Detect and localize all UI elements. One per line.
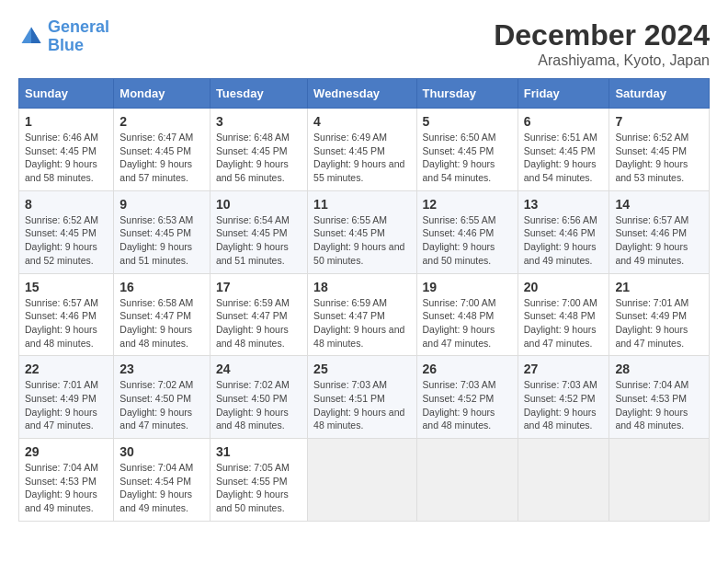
calendar-cell: 23Sunrise: 7:02 AMSunset: 4:50 PMDayligh…: [114, 356, 210, 439]
day-info: Sunrise: 7:04 AMSunset: 4:54 PMDaylight:…: [119, 461, 204, 515]
calendar-header-row: SundayMondayTuesdayWednesdayThursdayFrid…: [19, 79, 710, 109]
day-number: 12: [423, 197, 512, 212]
day-info: Sunrise: 7:03 AMSunset: 4:52 PMDaylight:…: [423, 378, 512, 432]
day-number: 11: [313, 197, 410, 212]
calendar-cell: 24Sunrise: 7:02 AMSunset: 4:50 PMDayligh…: [210, 356, 307, 439]
day-info: Sunrise: 7:03 AMSunset: 4:52 PMDaylight:…: [524, 378, 604, 432]
logo-line2: Blue: [48, 36, 84, 54]
logo: General Blue: [18, 18, 109, 55]
day-number: 15: [25, 280, 108, 294]
day-number: 23: [119, 362, 204, 376]
day-info: Sunrise: 7:04 AMSunset: 4:53 PMDaylight:…: [25, 461, 108, 515]
calendar-week-row: 15Sunrise: 6:57 AMSunset: 4:46 PMDayligh…: [19, 273, 710, 356]
main-title: December 2024: [494, 18, 710, 52]
calendar-cell: 31Sunrise: 7:05 AMSunset: 4:55 PMDayligh…: [210, 439, 307, 522]
day-info: Sunrise: 6:53 AMSunset: 4:45 PMDaylight:…: [119, 213, 204, 268]
calendar-cell: 18Sunrise: 6:59 AMSunset: 4:47 PMDayligh…: [308, 273, 416, 356]
calendar-cell: [416, 439, 518, 522]
calendar-cell: [609, 439, 710, 522]
header-wednesday: Wednesday: [308, 79, 416, 109]
day-number: 14: [615, 197, 703, 212]
day-info: Sunrise: 6:52 AMSunset: 4:45 PMDaylight:…: [615, 131, 703, 185]
day-number: 26: [423, 362, 512, 376]
day-info: Sunrise: 7:01 AMSunset: 4:49 PMDaylight:…: [25, 378, 108, 432]
calendar-cell: 25Sunrise: 7:03 AMSunset: 4:51 PMDayligh…: [308, 356, 416, 439]
calendar-cell: 8Sunrise: 6:52 AMSunset: 4:45 PMDaylight…: [19, 190, 114, 273]
day-info: Sunrise: 6:52 AMSunset: 4:45 PMDaylight:…: [25, 213, 108, 268]
calendar-cell: 9Sunrise: 6:53 AMSunset: 4:45 PMDaylight…: [114, 190, 210, 273]
day-info: Sunrise: 7:02 AMSunset: 4:50 PMDaylight:…: [216, 378, 301, 432]
day-number: 3: [216, 114, 301, 129]
calendar-cell: 14Sunrise: 6:57 AMSunset: 4:46 PMDayligh…: [609, 190, 710, 273]
day-number: 9: [119, 197, 204, 212]
calendar-cell: 21Sunrise: 7:01 AMSunset: 4:49 PMDayligh…: [609, 273, 710, 356]
day-number: 16: [119, 280, 204, 294]
logo-text: General Blue: [48, 18, 109, 55]
day-info: Sunrise: 7:03 AMSunset: 4:51 PMDaylight:…: [313, 378, 410, 432]
calendar-cell: 13Sunrise: 6:56 AMSunset: 4:46 PMDayligh…: [518, 190, 609, 273]
day-number: 6: [524, 114, 604, 129]
day-info: Sunrise: 7:00 AMSunset: 4:48 PMDaylight:…: [423, 296, 512, 350]
calendar-cell: 5Sunrise: 6:50 AMSunset: 4:45 PMDaylight…: [416, 109, 518, 191]
header-tuesday: Tuesday: [210, 79, 307, 109]
calendar-cell: [308, 439, 416, 522]
day-info: Sunrise: 6:57 AMSunset: 4:46 PMDaylight:…: [615, 213, 703, 268]
calendar-cell: 7Sunrise: 6:52 AMSunset: 4:45 PMDaylight…: [609, 109, 710, 191]
day-info: Sunrise: 7:05 AMSunset: 4:55 PMDaylight:…: [216, 461, 301, 515]
title-area: December 2024 Arashiyama, Kyoto, Japan: [494, 18, 710, 69]
day-info: Sunrise: 6:55 AMSunset: 4:45 PMDaylight:…: [313, 213, 410, 268]
day-number: 19: [423, 280, 512, 294]
calendar-cell: 16Sunrise: 6:58 AMSunset: 4:47 PMDayligh…: [114, 273, 210, 356]
calendar-cell: 10Sunrise: 6:54 AMSunset: 4:45 PMDayligh…: [210, 190, 307, 273]
calendar-week-row: 29Sunrise: 7:04 AMSunset: 4:53 PMDayligh…: [19, 439, 710, 522]
day-info: Sunrise: 6:49 AMSunset: 4:45 PMDaylight:…: [313, 131, 410, 185]
day-info: Sunrise: 6:50 AMSunset: 4:45 PMDaylight:…: [423, 131, 512, 185]
day-number: 24: [216, 362, 301, 376]
calendar-cell: 6Sunrise: 6:51 AMSunset: 4:45 PMDaylight…: [518, 109, 609, 191]
day-number: 20: [524, 280, 604, 294]
day-info: Sunrise: 6:58 AMSunset: 4:47 PMDaylight:…: [119, 296, 204, 350]
calendar-cell: 15Sunrise: 6:57 AMSunset: 4:46 PMDayligh…: [19, 273, 114, 356]
day-number: 2: [119, 114, 204, 129]
day-info: Sunrise: 6:56 AMSunset: 4:46 PMDaylight:…: [524, 213, 604, 268]
day-info: Sunrise: 6:59 AMSunset: 4:47 PMDaylight:…: [313, 296, 410, 350]
calendar-cell: 20Sunrise: 7:00 AMSunset: 4:48 PMDayligh…: [518, 273, 609, 356]
calendar-cell: 12Sunrise: 6:55 AMSunset: 4:46 PMDayligh…: [416, 190, 518, 273]
calendar-cell: 11Sunrise: 6:55 AMSunset: 4:45 PMDayligh…: [308, 190, 416, 273]
header-friday: Friday: [518, 79, 609, 109]
day-info: Sunrise: 6:55 AMSunset: 4:46 PMDaylight:…: [423, 213, 512, 268]
day-info: Sunrise: 7:00 AMSunset: 4:48 PMDaylight:…: [524, 296, 604, 350]
day-info: Sunrise: 7:02 AMSunset: 4:50 PMDaylight:…: [119, 378, 204, 432]
day-number: 31: [216, 444, 301, 459]
logo-line1: General: [48, 17, 109, 36]
day-number: 25: [313, 362, 410, 376]
calendar-week-row: 1Sunrise: 6:46 AMSunset: 4:45 PMDaylight…: [19, 109, 710, 191]
day-info: Sunrise: 6:48 AMSunset: 4:45 PMDaylight:…: [216, 131, 301, 185]
day-number: 5: [423, 114, 512, 129]
day-number: 27: [524, 362, 604, 376]
day-info: Sunrise: 6:51 AMSunset: 4:45 PMDaylight:…: [524, 131, 604, 185]
calendar-cell: 28Sunrise: 7:04 AMSunset: 4:53 PMDayligh…: [609, 356, 710, 439]
day-number: 13: [524, 197, 604, 212]
day-info: Sunrise: 6:46 AMSunset: 4:45 PMDaylight:…: [25, 131, 108, 185]
day-number: 29: [25, 444, 108, 459]
day-info: Sunrise: 6:54 AMSunset: 4:45 PMDaylight:…: [216, 213, 301, 268]
day-info: Sunrise: 7:04 AMSunset: 4:53 PMDaylight:…: [615, 378, 703, 432]
header-sunday: Sunday: [19, 79, 114, 109]
logo-icon: [18, 24, 44, 50]
calendar-cell: 17Sunrise: 6:59 AMSunset: 4:47 PMDayligh…: [210, 273, 307, 356]
day-number: 4: [313, 114, 410, 129]
calendar-cell: 27Sunrise: 7:03 AMSunset: 4:52 PMDayligh…: [518, 356, 609, 439]
day-number: 7: [615, 114, 703, 129]
day-number: 21: [615, 280, 703, 294]
svg-marker-1: [31, 27, 41, 43]
subtitle: Arashiyama, Kyoto, Japan: [494, 52, 710, 69]
header-saturday: Saturday: [609, 79, 710, 109]
calendar-table: SundayMondayTuesdayWednesdayThursdayFrid…: [18, 78, 710, 522]
day-info: Sunrise: 6:47 AMSunset: 4:45 PMDaylight:…: [119, 131, 204, 185]
calendar-cell: 1Sunrise: 6:46 AMSunset: 4:45 PMDaylight…: [19, 109, 114, 191]
day-number: 18: [313, 280, 410, 294]
calendar-cell: 29Sunrise: 7:04 AMSunset: 4:53 PMDayligh…: [19, 439, 114, 522]
calendar-cell: 2Sunrise: 6:47 AMSunset: 4:45 PMDaylight…: [114, 109, 210, 191]
calendar-cell: 3Sunrise: 6:48 AMSunset: 4:45 PMDaylight…: [210, 109, 307, 191]
